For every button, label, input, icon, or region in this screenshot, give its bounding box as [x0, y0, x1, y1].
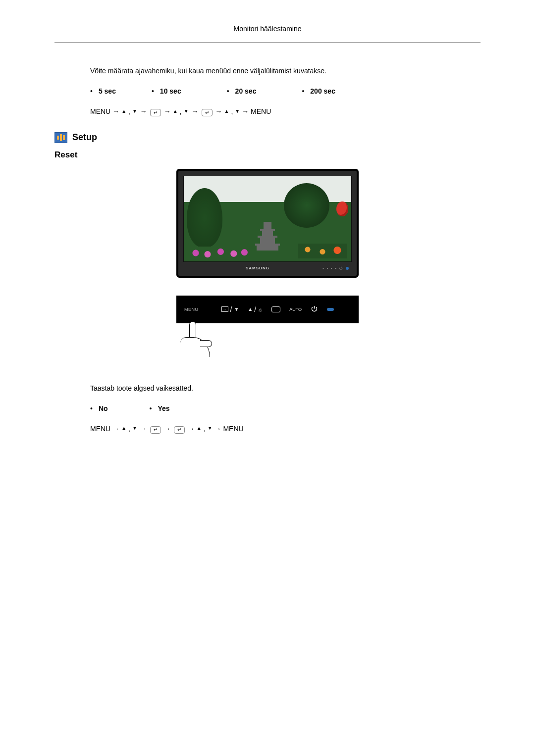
- touch-auto-label: AUTO: [289, 307, 302, 312]
- scene-flowers-right: [298, 244, 347, 258]
- arrow-icon: →: [140, 423, 147, 434]
- triangle-down-icon: ▼: [132, 107, 137, 115]
- option-yes: • Yes: [150, 404, 170, 412]
- setup-title: Setup: [72, 132, 97, 143]
- option-label: No: [99, 404, 108, 412]
- option-5sec: • 5 sec: [90, 87, 116, 95]
- sun-icon: ☼: [258, 306, 263, 312]
- touch-bright-up-icon: ▲ / ☼: [248, 305, 263, 313]
- scene-flowers-left: [190, 247, 249, 259]
- nav-prefix: MENU →: [90, 106, 119, 117]
- source-box-icon: →: [221, 306, 228, 312]
- hand-pointing-icon: [176, 323, 359, 355]
- bezel-dot-icon: •: [331, 266, 332, 270]
- reset-desc: Taastab toote algsed vaikesätted.: [90, 383, 481, 394]
- touch-enter-icon: ↵: [271, 306, 280, 312]
- arrow-icon: →: [164, 106, 171, 117]
- scene-pagoda: [255, 222, 280, 251]
- bezel-dot-icon: •: [322, 266, 323, 270]
- setup-section-header: Setup: [54, 132, 481, 143]
- bullet-icon: •: [90, 87, 93, 95]
- page-header: Monitori häälestamine: [54, 25, 481, 33]
- triangle-down-icon: ▼: [208, 424, 213, 432]
- bezel-power-icon: ⏻: [339, 266, 343, 270]
- option-label: 200 sec: [310, 87, 335, 95]
- enter-icon: ↵: [202, 109, 213, 116]
- triangle-up-icon: ▲: [248, 306, 253, 312]
- triangle-down-icon: ▼: [235, 107, 240, 115]
- triangle-up-icon: ▲: [121, 107, 126, 115]
- comma: ,: [204, 423, 206, 434]
- triangle-down-icon: ▼: [132, 424, 137, 432]
- bullet-icon: •: [150, 404, 152, 412]
- bezel-dot-icon: •: [335, 266, 336, 270]
- bullet-icon: •: [90, 404, 93, 412]
- monitor-bezel: SAMSUNG • • • • ⏻: [183, 264, 352, 273]
- monitor-figure: SAMSUNG • • • • ⏻: [54, 169, 481, 278]
- touch-power-icon: [311, 305, 318, 314]
- enter-icon: ↵: [150, 426, 161, 434]
- touch-source-down-icon: → / ▼: [221, 305, 239, 313]
- nav-sequence-1: MENU → ▲ , ▼ → ↵ → ▲ , ▼ → ↵ → ▲ , ▼ → M…: [90, 106, 481, 117]
- nav-suffix: → MENU: [214, 423, 244, 434]
- intro-text: Võite määrata ajavahemiku, kui kaua menü…: [90, 65, 481, 76]
- triangle-down-icon: ▼: [184, 107, 189, 115]
- touch-control-bar: MENU → / ▼ ▲ / ☼ ↵ AUTO: [176, 296, 359, 323]
- option-label: Yes: [158, 404, 169, 412]
- triangle-up-icon: ▲: [197, 424, 202, 432]
- nav-suffix: → MENU: [242, 106, 271, 117]
- slash: /: [230, 305, 232, 313]
- option-20sec: • 20 sec: [227, 87, 257, 95]
- comma: ,: [180, 106, 182, 117]
- reset-option-row: • No • Yes: [90, 404, 481, 412]
- triangle-down-icon: ▼: [234, 306, 239, 312]
- arrow-icon: →: [188, 423, 195, 434]
- enter-icon: ↵: [174, 426, 185, 434]
- slash: /: [254, 305, 256, 313]
- touch-menu-label: MENU: [184, 307, 199, 312]
- scene-lantern: [336, 202, 348, 216]
- option-label: 10 sec: [160, 87, 181, 95]
- reset-heading: Reset: [54, 150, 481, 160]
- comma: ,: [231, 106, 233, 117]
- enter-icon: ↵: [150, 109, 161, 116]
- option-200sec: • 200 sec: [302, 87, 335, 95]
- page-header-text: Monitori häälestamine: [234, 25, 302, 33]
- bezel-dot-icon: •: [327, 266, 328, 270]
- option-10sec: • 10 sec: [152, 87, 181, 95]
- triangle-up-icon: ▲: [121, 424, 126, 432]
- option-label: 20 sec: [235, 87, 257, 95]
- monitor-screen: [183, 176, 352, 262]
- timeout-option-row: • 5 sec • 10 sec • 20 sec • 200 sec: [90, 87, 481, 95]
- option-no: • No: [90, 404, 108, 412]
- scene-trees-left: [187, 188, 222, 248]
- touchbar-figure: MENU → / ▼ ▲ / ☼ ↵ AUTO: [54, 296, 481, 355]
- touch-led-icon: [327, 308, 334, 311]
- arrow-icon: →: [164, 423, 171, 434]
- monitor-brand: SAMSUNG: [246, 266, 269, 270]
- monitor-frame: SAMSUNG • • • • ⏻: [176, 169, 359, 278]
- nav-prefix: MENU →: [90, 423, 119, 434]
- setup-bars-icon: [54, 132, 67, 143]
- arrow-icon: →: [215, 106, 222, 117]
- bullet-icon: •: [227, 87, 229, 95]
- comma: ,: [128, 423, 130, 434]
- arrow-icon: →: [192, 106, 199, 117]
- nav-sequence-2: MENU → ▲ , ▼ → ↵ → ↵ → ▲ , ▼ → MENU: [90, 423, 481, 434]
- bezel-controls: • • • • ⏻: [322, 266, 349, 270]
- comma: ,: [128, 106, 130, 117]
- bullet-icon: •: [302, 87, 304, 95]
- scene-trees-right: [284, 183, 329, 228]
- triangle-up-icon: ▲: [224, 107, 229, 115]
- triangle-up-icon: ▲: [173, 107, 178, 115]
- option-label: 5 sec: [99, 87, 116, 95]
- bezel-led-icon: [346, 267, 349, 270]
- arrow-icon: →: [140, 106, 147, 117]
- bullet-icon: •: [152, 87, 154, 95]
- divider-top: [54, 43, 481, 43]
